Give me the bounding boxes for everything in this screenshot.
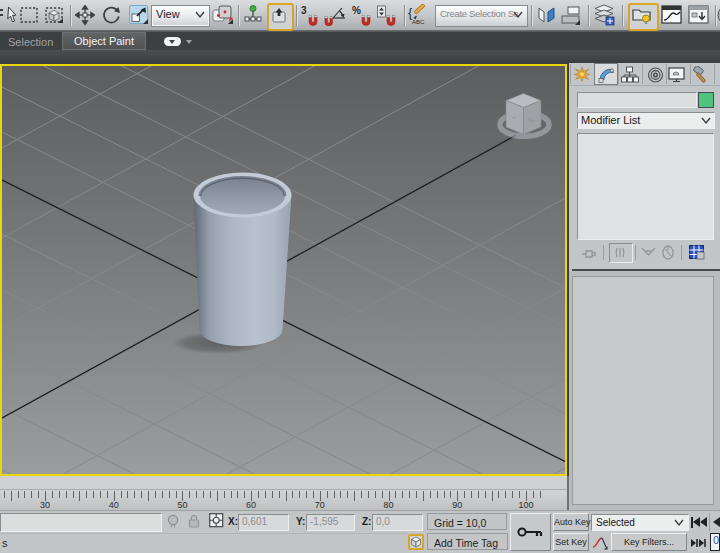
svg-text:ABC: ABC xyxy=(412,19,425,25)
svg-text:3: 3 xyxy=(301,5,307,16)
svg-text:FRO: FRO xyxy=(528,119,536,124)
svg-text:%: % xyxy=(352,5,361,16)
svg-text:{: { xyxy=(408,5,413,20)
